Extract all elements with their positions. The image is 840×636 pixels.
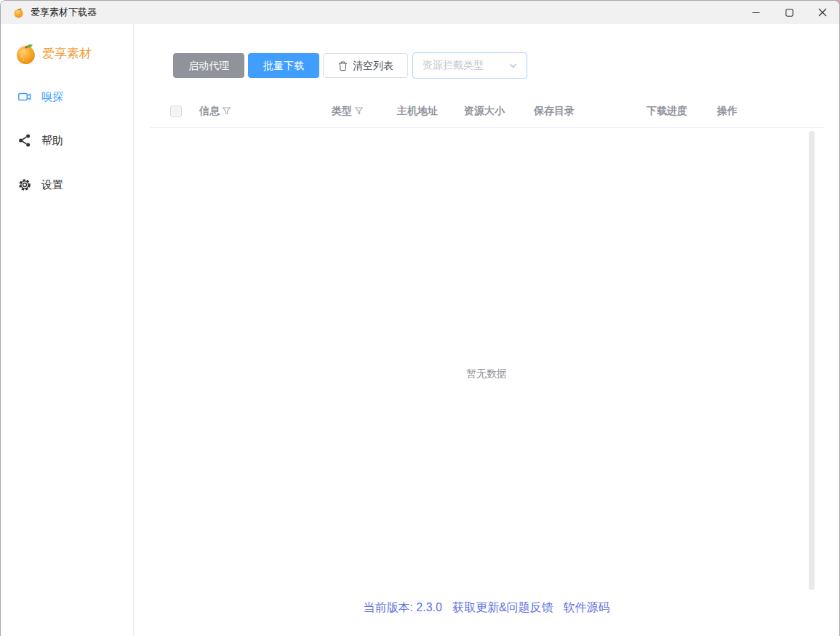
clear-list-button[interactable]: 清空列表: [323, 53, 408, 78]
batch-download-button[interactable]: 批量下载: [248, 53, 319, 78]
sidebar-item-label: 嗅探: [41, 90, 63, 104]
logo-icon: [15, 42, 37, 65]
column-header-actions: 操作: [708, 105, 825, 118]
app-window: 爱享素材下载器: [0, 0, 840, 636]
filter-funnel-icon[interactable]: [354, 106, 364, 116]
empty-state-text: 暂无数据: [466, 367, 507, 381]
footer: 当前版本: 2.3.0 获取更新&问题反馈 软件源码: [134, 592, 839, 636]
minimize-icon: [752, 9, 760, 17]
maximize-icon: [785, 9, 793, 17]
sidebar: 爱享素材 嗅探 帮助: [1, 24, 134, 636]
window-content: 爱享素材 嗅探 帮助: [1, 24, 839, 636]
minimize-button[interactable]: [739, 1, 772, 24]
main-panel: 启动代理 批量下载 清空列表 资源拦截类型: [134, 24, 839, 636]
column-header-type: 类型: [323, 105, 388, 118]
update-feedback-link[interactable]: 获取更新&问题反馈: [452, 601, 553, 613]
sidebar-item-help[interactable]: 帮助: [17, 133, 133, 148]
clear-list-label: 清空列表: [353, 60, 393, 71]
column-header-savedir: 保存目录: [525, 105, 638, 118]
resource-type-placeholder: 资源拦截类型: [423, 59, 484, 72]
version-label: 当前版本: 2.3.0: [363, 600, 441, 616]
toolbar: 启动代理 批量下载 清空列表 资源拦截类型: [173, 52, 839, 79]
close-icon: [818, 8, 827, 17]
app-logo: 爱享素材: [15, 42, 133, 65]
sidebar-nav: 嗅探 帮助 设置: [1, 90, 133, 192]
logo-text: 爱享素材: [42, 45, 92, 62]
window-title: 爱享素材下载器: [31, 6, 97, 19]
column-label: 类型: [332, 105, 352, 118]
help-share-icon: [17, 133, 32, 148]
table-body: 暂无数据: [134, 128, 839, 592]
trash-icon: [337, 60, 348, 71]
column-header-host: 主机地址: [388, 105, 455, 118]
column-header-info: 信息: [191, 105, 323, 118]
sidebar-item-settings[interactable]: 设置: [17, 178, 133, 192]
maximize-button[interactable]: [772, 1, 806, 24]
select-all-checkbox[interactable]: [170, 106, 182, 117]
select-all-cell: [150, 106, 191, 117]
start-proxy-button[interactable]: 启动代理: [173, 53, 244, 78]
filter-funnel-icon[interactable]: [222, 106, 231, 116]
column-label: 信息: [199, 105, 220, 118]
close-button[interactable]: [806, 1, 839, 24]
column-header-progress: 下载进度: [638, 105, 708, 118]
resource-type-select[interactable]: 资源拦截类型: [412, 52, 527, 79]
title-bar: 爱享素材下载器: [1, 1, 839, 24]
column-header-size: 资源大小: [455, 105, 525, 118]
source-code-link[interactable]: 软件源码: [564, 601, 610, 613]
sidebar-item-sniff[interactable]: 嗅探: [17, 90, 133, 104]
app-icon: [13, 7, 24, 18]
chevron-down-icon: [508, 61, 518, 71]
settings-gear-icon: [17, 178, 32, 192]
sidebar-item-label: 帮助: [41, 134, 63, 148]
sniff-video-icon: [17, 90, 32, 104]
table-header: 信息 类型 主机地址 资源大小 保存目录 下载进度 操作: [150, 101, 825, 128]
vertical-scrollbar-thumb[interactable]: [809, 131, 815, 590]
sidebar-item-label: 设置: [41, 178, 63, 192]
